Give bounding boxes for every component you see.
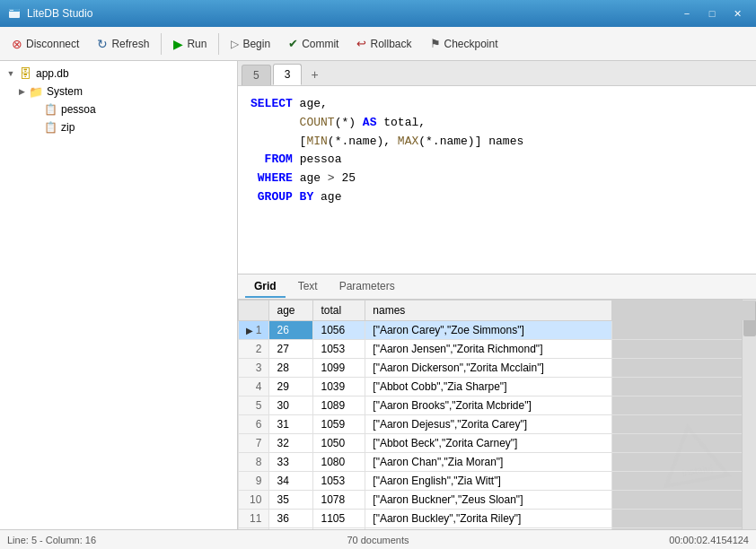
cell-extra bbox=[612, 359, 756, 378]
cell-names: ["Aaron Buckley","Zorita Riley"] bbox=[365, 510, 612, 528]
result-tab-text[interactable]: Text bbox=[289, 276, 327, 298]
cell-total: 1053 bbox=[313, 340, 365, 359]
close-button[interactable]: ✕ bbox=[725, 4, 749, 22]
data-table: age total names ▶ 1261056["Aaron Carey",… bbox=[238, 300, 756, 529]
table-row[interactable]: 12371076["Aaron Deleon","Zoe Cleveland"] bbox=[239, 528, 756, 530]
toolbar: ⊗ Disconnect ↻ Refresh ▶ Run ▷ Begin ✔ C… bbox=[0, 27, 756, 61]
cell-total: 1078 bbox=[313, 491, 365, 510]
editor-tab-add[interactable]: + bbox=[303, 64, 325, 85]
row-number: 3 bbox=[239, 359, 269, 378]
table-row[interactable]: 5301089["Aaron Brooks","Zorita Mcbride"] bbox=[239, 396, 756, 415]
cell-names: ["Aaron Dejesus","Zorita Carey"] bbox=[365, 415, 612, 434]
svg-point-2 bbox=[10, 10, 12, 12]
cell-age: 27 bbox=[269, 340, 313, 359]
cell-age: 32 bbox=[269, 434, 313, 453]
table-row[interactable]: 3281099["Aaron Dickerson","Zorita Mcclai… bbox=[239, 359, 756, 378]
cell-total: 1056 bbox=[313, 321, 365, 340]
rollback-icon: ↩ bbox=[356, 37, 366, 50]
cell-age: 35 bbox=[269, 491, 313, 510]
cell-total: 1076 bbox=[313, 528, 365, 530]
row-number: 6 bbox=[239, 415, 269, 434]
cell-names: ["Aaron Dickerson","Zorita Mcclain"] bbox=[365, 359, 612, 378]
status-documents: 70 documents bbox=[254, 535, 501, 545]
tree-item-appdb[interactable]: ▼ 🗄 app.db bbox=[0, 65, 237, 83]
table-label-pessoa: pessoa bbox=[61, 103, 96, 116]
table-row[interactable]: 2271053["Aaron Jensen","Zorita Richmond"… bbox=[239, 340, 756, 359]
checkpoint-icon: ⚑ bbox=[430, 37, 441, 50]
table-row[interactable]: ▶ 1261056["Aaron Carey","Zoe Simmons"] bbox=[239, 321, 756, 340]
cell-extra bbox=[612, 434, 756, 453]
cell-names: ["Aaron Chan","Zia Moran"] bbox=[365, 453, 612, 472]
row-arrow: ▶ bbox=[246, 326, 256, 336]
cell-names: ["Aaron Deleon","Zoe Cleveland"] bbox=[365, 528, 612, 530]
table-row[interactable]: 6311059["Aaron Dejesus","Zorita Carey"] bbox=[239, 415, 756, 434]
col-header-names: names bbox=[365, 301, 612, 321]
cell-total: 1080 bbox=[313, 453, 365, 472]
cell-age: 28 bbox=[269, 359, 313, 378]
expand-icon: ▼ bbox=[4, 66, 18, 81]
tree-item-zip[interactable]: 📋 zip bbox=[0, 118, 237, 136]
commit-button[interactable]: ✔ Commit bbox=[280, 31, 347, 57]
run-button[interactable]: ▶ Run bbox=[165, 31, 215, 57]
app-icon bbox=[7, 6, 22, 21]
cell-names: ["Aaron Buckner","Zeus Sloan"] bbox=[365, 491, 612, 510]
run-icon: ▶ bbox=[173, 37, 183, 51]
cell-names: ["Aaron Jensen","Zorita Richmond"] bbox=[365, 340, 612, 359]
cell-extra bbox=[612, 340, 756, 359]
row-number: 9 bbox=[239, 472, 269, 491]
checkpoint-button[interactable]: ⚑ Checkpoint bbox=[422, 31, 506, 57]
expand-spacer-2 bbox=[29, 120, 43, 135]
editor-tab-2[interactable]: 3 bbox=[273, 64, 303, 85]
cell-names: ["Abbot Beck","Zorita Carney"] bbox=[365, 434, 612, 453]
cell-names: ["Aaron Carey","Zoe Simmons"] bbox=[365, 321, 612, 340]
scrollbar[interactable] bbox=[742, 300, 756, 529]
sql-line-5: WHERE age > 25 bbox=[251, 170, 743, 188]
row-number: 8 bbox=[239, 453, 269, 472]
cell-age: 37 bbox=[269, 528, 313, 530]
result-grid[interactable]: age total names ▶ 1261056["Aaron Carey",… bbox=[238, 300, 756, 529]
row-number: 7 bbox=[239, 434, 269, 453]
window-controls[interactable]: − □ ✕ bbox=[675, 4, 749, 22]
rollback-button[interactable]: ↩ Rollback bbox=[348, 31, 419, 57]
cell-extra bbox=[612, 321, 756, 340]
sql-editor[interactable]: SELECT age, COUNT(*) AS total, [MIN(*.na… bbox=[238, 86, 756, 274]
table-row[interactable]: 10351078["Aaron Buckner","Zeus Sloan"] bbox=[239, 491, 756, 510]
cell-total: 1089 bbox=[313, 396, 365, 415]
tree-item-system[interactable]: ▶ 📁 System bbox=[0, 83, 237, 100]
cell-total: 1099 bbox=[313, 359, 365, 378]
refresh-button[interactable]: ↻ Refresh bbox=[89, 31, 157, 57]
table-row[interactable]: 9341053["Aaron English","Zia Witt"] bbox=[239, 472, 756, 491]
table-row[interactable]: 8331080["Aaron Chan","Zia Moran"] bbox=[239, 453, 756, 472]
result-tabs: Grid Text Parameters bbox=[238, 274, 756, 300]
editor-tab-1[interactable]: 5 bbox=[242, 65, 271, 85]
sql-line-1: SELECT age, bbox=[251, 95, 743, 114]
db-icon: 🗄 bbox=[18, 66, 32, 81]
table-row[interactable]: 4291039["Abbot Cobb","Zia Sharpe"] bbox=[239, 378, 756, 396]
sql-line-2: COUNT(*) AS total, bbox=[251, 114, 743, 133]
cell-age: 36 bbox=[269, 510, 313, 528]
cell-total: 1050 bbox=[313, 434, 365, 453]
cell-age: 30 bbox=[269, 396, 313, 415]
disconnect-button[interactable]: ⊗ Disconnect bbox=[4, 31, 87, 57]
row-number: 2 bbox=[239, 340, 269, 359]
begin-button[interactable]: ▷ Begin bbox=[223, 31, 278, 57]
cell-extra bbox=[612, 491, 756, 510]
minimize-button[interactable]: − bbox=[675, 4, 699, 22]
table-icon-zip: 📋 bbox=[43, 120, 57, 135]
result-tab-parameters[interactable]: Parameters bbox=[330, 276, 404, 298]
table-row[interactable]: 11361105["Aaron Buckley","Zorita Riley"] bbox=[239, 510, 756, 528]
row-number: 5 bbox=[239, 396, 269, 415]
cell-total: 1105 bbox=[313, 510, 365, 528]
commit-icon: ✔ bbox=[288, 37, 298, 50]
cell-extra bbox=[612, 415, 756, 434]
result-tab-grid[interactable]: Grid bbox=[245, 276, 286, 298]
cell-extra bbox=[612, 472, 756, 491]
table-row[interactable]: 7321050["Abbot Beck","Zorita Carney"] bbox=[239, 434, 756, 453]
app-title: LiteDB Studio bbox=[27, 7, 675, 20]
cell-names: ["Aaron English","Zia Witt"] bbox=[365, 472, 612, 491]
cell-age: 34 bbox=[269, 472, 313, 491]
col-header-total: total bbox=[313, 301, 365, 321]
maximize-button[interactable]: □ bbox=[700, 4, 724, 22]
disconnect-icon: ⊗ bbox=[12, 37, 22, 51]
tree-item-pessoa[interactable]: 📋 pessoa bbox=[0, 100, 237, 118]
